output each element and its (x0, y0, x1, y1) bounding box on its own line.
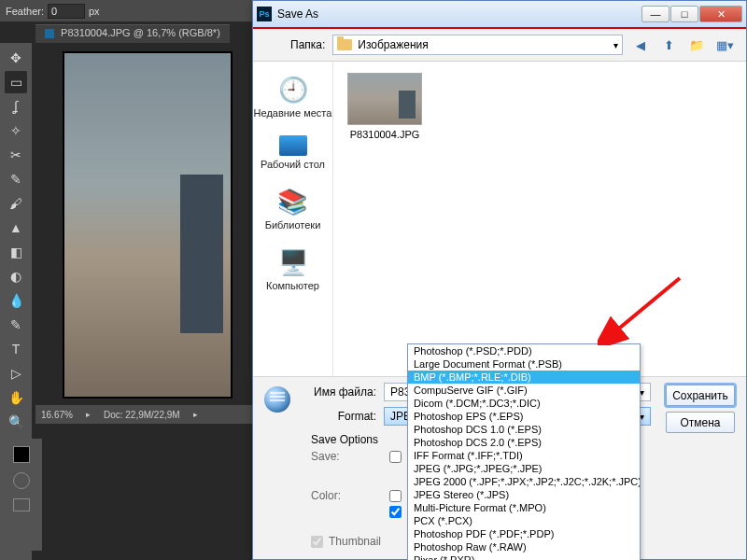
folder-icon (337, 39, 352, 50)
places-computer-label: Компьютер (266, 280, 319, 291)
places-libraries-label: Библиотеки (265, 219, 321, 231)
stamp-tool-icon[interactable]: ▲ (5, 217, 27, 239)
places-libraries[interactable]: 📚 Библиотеки (265, 187, 321, 231)
bottom-panels (0, 439, 42, 551)
format-option[interactable]: BMP (*.BMP;*.RLE;*.DIB) (408, 371, 640, 384)
status-chevron-icon[interactable]: ▸ (86, 410, 91, 419)
format-option[interactable]: Pixar (*.PXR) (408, 553, 640, 560)
file-thumbnail (347, 73, 422, 125)
cancel-button[interactable]: Отмена (666, 412, 735, 433)
wand-tool-icon[interactable]: ✧ (5, 119, 27, 142)
color-sublabel: Color: (311, 489, 384, 502)
format-dropdown-list[interactable]: Photoshop (*.PSD;*.PDD)Large Document Fo… (407, 343, 641, 560)
eraser-tool-icon[interactable]: ◧ (5, 241, 27, 263)
feather-unit: px (89, 6, 100, 17)
recent-icon: 🕘 (276, 75, 310, 105)
computer-icon: 🖥️ (276, 247, 310, 277)
thumbnail-checkbox (311, 536, 323, 548)
save-sublabel: Save: (311, 450, 384, 463)
back-button-icon[interactable]: ◀ (630, 35, 651, 55)
minimize-button[interactable]: — (641, 6, 669, 22)
places-bar: 🕘 Недавние места Рабочий стол 📚 Библиоте… (253, 62, 333, 376)
view-menu-icon[interactable]: ▦▾ (714, 35, 735, 55)
thumbnail-label: Thumbnail (329, 535, 381, 548)
image-content (180, 175, 223, 333)
format-option[interactable]: Large Document Format (*.PSB) (408, 357, 640, 371)
format-option[interactable]: JPEG 2000 (*.JPF;*.JPX;*.JP2;*.J2C;*.J2K… (408, 475, 640, 488)
chevron-down-icon: ▾ (613, 40, 618, 50)
format-option[interactable]: Photoshop PDF (*.PDF;*.PDP) (408, 527, 640, 540)
swatch-black-icon[interactable] (13, 446, 30, 463)
file-list[interactable]: P8310004.JPG (333, 62, 746, 376)
format-option[interactable]: JPEG Stereo (*.JPS) (408, 488, 640, 501)
blur-tool-icon[interactable]: 💧 (5, 289, 27, 312)
document-tab-title: P8310004.JPG @ 16,7% (RGB/8*) (61, 27, 220, 38)
brush-tool-icon[interactable]: 🖌 (5, 192, 27, 215)
format-option[interactable]: Photoshop DCS 2.0 (*.EPS) (408, 436, 640, 449)
desktop-icon (279, 135, 307, 156)
folder-row: Папка: Изображения ▾ ◀ ⬆ 📁 ▦▾ (253, 29, 746, 61)
move-tool-icon[interactable]: ✥ (5, 47, 27, 69)
up-button-icon[interactable]: ⬆ (658, 35, 679, 55)
status-bar: 16.67% ▸ Doc: 22,9M/22,9M ▸ (35, 405, 252, 424)
maximize-button[interactable]: □ (670, 6, 698, 22)
places-desktop-label: Рабочий стол (261, 159, 325, 170)
ps-icon (45, 29, 54, 38)
doc-size-display: Doc: 22,9M/22,9M (104, 410, 180, 420)
network-icon[interactable] (264, 386, 290, 413)
format-option[interactable]: Photoshop (*.PSD;*.PDD) (408, 344, 640, 357)
file-name: P8310004.JPG (350, 129, 420, 140)
color-opt-checkbox-2[interactable] (389, 506, 402, 518)
filename-label: Имя файла: (311, 385, 376, 399)
quickmask-icon[interactable] (13, 472, 30, 489)
folder-label: Папка: (290, 38, 325, 51)
format-option[interactable]: Dicom (*.DCM;*.DC3;*.DIC) (408, 397, 640, 410)
eyedropper-tool-icon[interactable]: ✎ (5, 168, 27, 190)
ps-app-icon: Ps (257, 7, 272, 21)
file-item[interactable]: P8310004.JPG (345, 73, 425, 140)
canvas-area (35, 43, 252, 435)
format-option[interactable]: Multi-Picture Format (*.MPO) (408, 501, 640, 514)
lasso-tool-icon[interactable]: ʆ (5, 95, 27, 118)
document-canvas[interactable] (63, 52, 232, 398)
save-opt-checkbox-1[interactable] (389, 451, 402, 463)
places-computer[interactable]: 🖥️ Компьютер (266, 247, 319, 291)
places-recent[interactable]: 🕘 Недавние места (254, 75, 332, 119)
pen-tool-icon[interactable]: ✎ (5, 314, 27, 336)
document-tab[interactable]: P8310004.JPG @ 16,7% (RGB/8*) (35, 24, 230, 43)
gradient-tool-icon[interactable]: ◐ (5, 265, 27, 287)
zoom-display[interactable]: 16.67% (41, 410, 73, 420)
places-recent-label: Недавние места (254, 107, 332, 119)
screenmode-icon[interactable] (13, 498, 30, 511)
dialog-titlebar[interactable]: Ps Save As — □ ✕ (253, 1, 746, 27)
format-option[interactable]: CompuServe GIF (*.GIF) (408, 384, 640, 397)
format-option[interactable]: PCX (*.PCX) (408, 514, 640, 527)
close-button[interactable]: ✕ (699, 6, 742, 22)
new-folder-icon[interactable]: 📁 (686, 35, 707, 55)
folder-combo[interactable]: Изображения ▾ (332, 35, 623, 55)
type-tool-icon[interactable]: T (5, 338, 27, 360)
places-desktop[interactable]: Рабочий стол (261, 135, 325, 170)
feather-input[interactable] (48, 4, 85, 19)
crop-tool-icon[interactable]: ✂ (5, 144, 27, 166)
format-option[interactable]: IFF Format (*.IFF;*.TDI) (408, 449, 640, 462)
dialog-title: Save As (277, 7, 318, 21)
libraries-icon: 📚 (275, 187, 309, 217)
format-option[interactable]: Photoshop Raw (*.RAW) (408, 540, 640, 553)
format-option[interactable]: JPEG (*.JPG;*.JPEG;*.JPE) (408, 462, 640, 475)
format-option[interactable]: Photoshop EPS (*.EPS) (408, 410, 640, 423)
folder-value: Изображения (358, 38, 428, 51)
zoom-tool-icon[interactable]: 🔍 (5, 411, 27, 433)
format-option[interactable]: Photoshop DCS 1.0 (*.EPS) (408, 423, 640, 436)
feather-label: Feather: (6, 6, 44, 17)
hand-tool-icon[interactable]: ✋ (5, 386, 27, 409)
marquee-tool-icon[interactable]: ▭ (5, 71, 27, 93)
color-opt-checkbox-1[interactable] (389, 490, 402, 502)
save-button[interactable]: Сохранить (666, 385, 735, 406)
status-menu-icon[interactable]: ▸ (193, 410, 198, 419)
path-tool-icon[interactable]: ▷ (5, 362, 27, 385)
dialog-body: 🕘 Недавние места Рабочий стол 📚 Библиоте… (253, 61, 746, 376)
format-label: Format: (311, 410, 376, 423)
